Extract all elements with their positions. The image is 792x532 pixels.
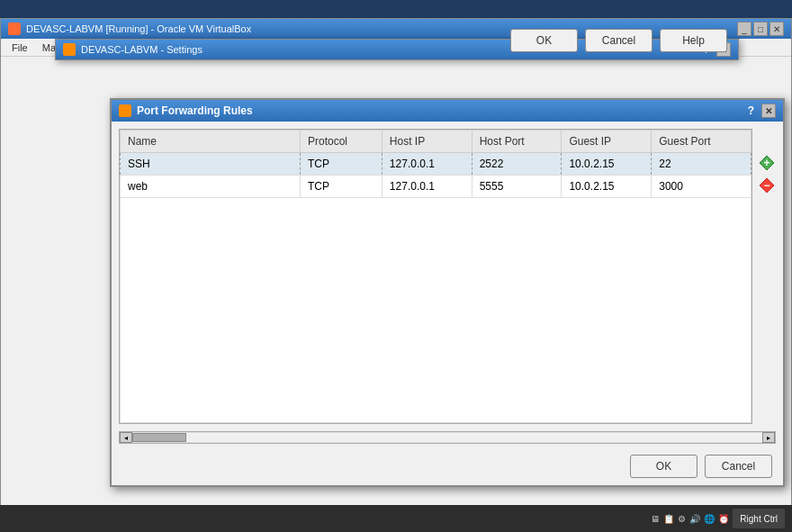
row-guest-port: 3000 (652, 176, 752, 198)
taskbar-icon-clock: ⏰ (718, 514, 729, 524)
remove-rule-button[interactable]: − (758, 176, 776, 197)
port-forwarding-dialog: Port Forwarding Rules ? ✕ Name Protocol (110, 98, 785, 487)
row-guest-ip: 10.0.2.15 (562, 176, 652, 198)
vbox-title: DEVASC-LABVM [Running] - Oracle VM Virtu… (26, 23, 251, 34)
pf-close-button[interactable]: ✕ (761, 104, 776, 118)
settings-cancel-button[interactable]: Cancel (585, 29, 652, 52)
taskbar-icon-settings: ⚙ (678, 514, 686, 524)
scroll-track (132, 433, 775, 442)
taskbar-icon-monitor: 🖥 (651, 514, 660, 524)
row-protocol: TCP (301, 153, 382, 176)
maximize-button[interactable]: □ (753, 22, 768, 36)
settings-dialog-buttons: OK Cancel Help (510, 29, 727, 52)
col-guest-port: Guest Port (652, 131, 752, 153)
row-name: web (121, 176, 301, 198)
svg-text:−: − (763, 179, 770, 192)
horizontal-scrollbar[interactable]: ◂ ▸ (119, 431, 776, 444)
ok-button[interactable]: OK (630, 455, 698, 478)
table-row-empty (121, 198, 752, 423)
right-ctrl-label: Right Ctrl (733, 509, 785, 528)
col-protocol: Protocol (301, 131, 382, 153)
add-rule-button[interactable]: + (758, 154, 776, 175)
taskbar-bottom: 🖥 📋 ⚙ 🔊 🌐 ⏰ Right Ctrl (0, 505, 792, 532)
pf-title: Port Forwarding Rules (137, 104, 253, 117)
settings-help-button-bottom[interactable]: Help (660, 29, 727, 52)
table-row[interactable]: web TCP 127.0.0.1 5555 10.0.2.15 3000 (121, 176, 752, 198)
taskbar-icon-keyboard: 📋 (663, 514, 674, 524)
row-host-ip: 127.0.0.1 (382, 176, 472, 198)
port-forwarding-table: Name Protocol Host IP Host Port Guest IP… (120, 130, 752, 423)
col-host-ip: Host IP (382, 131, 472, 153)
vbox-window-controls: _ □ ✕ (737, 22, 784, 36)
row-host-ip: 127.0.0.1 (382, 153, 472, 176)
col-guest-ip: Guest IP (562, 131, 652, 153)
settings-ok-button[interactable]: OK (510, 29, 578, 52)
file-menu[interactable]: File (4, 41, 35, 55)
settings-dialog: DEVASC-LABVM - Settings ? ✕ Port Forward… (55, 39, 739, 60)
col-name: Name (121, 131, 301, 153)
col-host-port: Host Port (472, 131, 562, 153)
taskbar-icon-audio: 🔊 (689, 514, 700, 524)
settings-title: DEVASC-LABVM - Settings (81, 44, 202, 55)
pf-titlebar: Port Forwarding Rules ? ✕ (112, 100, 783, 122)
minimize-button[interactable]: _ (737, 22, 752, 36)
row-host-port: 5555 (472, 176, 562, 198)
virtualbox-window: DEVASC-LABVM [Running] - Oracle VM Virtu… (0, 18, 792, 532)
cancel-button[interactable]: Cancel (705, 455, 772, 478)
side-action-buttons: + − (758, 129, 776, 424)
vbox-app-icon (8, 23, 21, 35)
row-guest-ip: 10.0.2.15 (562, 153, 652, 176)
settings-icon (63, 43, 76, 56)
pf-dialog-icon (119, 104, 131, 117)
close-window-button[interactable]: ✕ (770, 22, 784, 36)
scroll-left-button[interactable]: ◂ (120, 432, 132, 443)
row-guest-port: 22 (652, 153, 752, 176)
row-protocol: TCP (301, 176, 382, 198)
scroll-thumb[interactable] (132, 433, 186, 442)
pf-help-button[interactable]: ? (744, 104, 758, 117)
scroll-right-button[interactable]: ▸ (762, 432, 775, 443)
taskbar-icon-network: 🌐 (704, 514, 715, 524)
pf-dialog-buttons: OK Cancel (112, 447, 783, 485)
row-name: SSH (121, 153, 301, 176)
pf-table-container: Name Protocol Host IP Host Port Guest IP… (119, 129, 752, 424)
svg-text:+: + (763, 157, 770, 169)
table-row[interactable]: SSH TCP 127.0.0.1 2522 10.0.2.15 22 (121, 153, 752, 176)
row-host-port: 2522 (472, 153, 562, 176)
